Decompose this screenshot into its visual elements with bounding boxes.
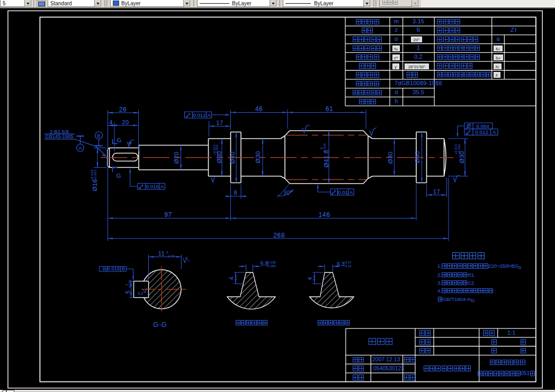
svg-text:268: 268 [273,232,285,239]
svg-text:Ø20: Ø20 [173,152,180,164]
svg-text:+0.003: +0.003 [94,169,97,180]
svg-text:B: B [122,266,125,271]
svg-text:0.012: 0.012 [475,129,488,135]
svg-text:4: 4 [307,277,313,280]
svg-text:146: 146 [319,211,330,218]
svg-text:-0.030: -0.030 [128,280,131,288]
svg-text:2-B2.5/8: 2-B2.5/8 [50,129,69,134]
svg-text:A: A [160,184,164,189]
svg-text:-0.20: -0.20 [167,254,175,258]
svg-text:61: 61 [326,105,334,113]
svg-text:17: 17 [216,120,223,126]
svg-text:4: 4 [109,119,113,125]
svg-text:3.2: 3.2 [138,291,143,296]
svg-text:Ø40: Ø40 [414,151,420,163]
svg-text:-0.039: -0.039 [323,143,326,153]
svg-text:G: G [117,172,121,179]
svg-text:Ø30: Ø30 [255,151,261,163]
svg-text:-0.135: -0.135 [266,261,276,264]
svg-text:+0.002: +0.002 [216,144,219,155]
svg-text:0: 0 [166,251,168,254]
svg-text:46: 46 [255,105,263,113]
svg-text:A: A [493,129,496,135]
svg-text:-0.17: -0.17 [344,261,352,264]
svg-text:4: 4 [228,277,235,280]
svg-text:-0.185: -0.185 [266,265,276,268]
svg-text:17: 17 [433,188,440,195]
svg-text:0.015: 0.015 [146,184,159,189]
svg-text:26: 26 [119,106,127,113]
svg-text:11: 11 [158,250,165,257]
svg-text:GB145-1985: GB145-1985 [46,134,74,139]
svg-text:0.01: 0.01 [338,189,348,195]
svg-text:5: 5 [124,290,131,294]
svg-text:G-G: G-G [153,321,167,329]
svg-text:A: A [349,189,353,195]
svg-text:A: A [78,145,82,151]
svg-text:Ø30: Ø30 [387,152,393,164]
svg-text:-0.12: -0.12 [344,265,352,268]
svg-text:0.015: 0.015 [108,266,120,271]
svg-text:0.004: 0.004 [476,123,489,129]
svg-text:0.012: 0.012 [193,112,206,118]
svg-text:Ø40: Ø40 [229,152,236,164]
svg-text:20: 20 [122,119,129,125]
svg-text:B: B [97,133,100,139]
svg-text:8: 8 [234,189,237,196]
svg-text:G: G [117,137,122,143]
svg-text:A: A [207,112,211,118]
svg-text:97: 97 [164,211,172,218]
svg-text:+0.002: +0.002 [458,144,461,154]
